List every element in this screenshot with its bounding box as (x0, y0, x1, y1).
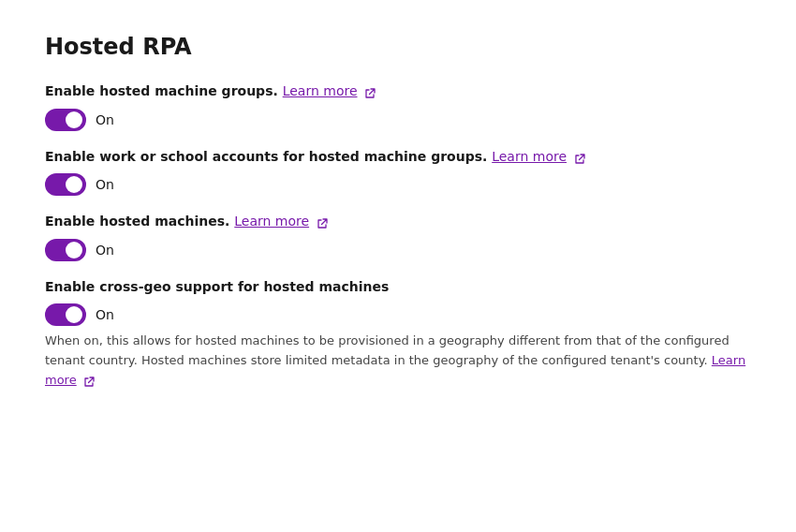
toggle-row-2: On (45, 173, 751, 196)
page-title: Hosted RPA (45, 34, 751, 60)
learn-more-link-2[interactable]: Learn more (492, 149, 567, 164)
toggle-track-4 (45, 303, 86, 326)
toggle-thumb-4 (66, 306, 82, 323)
setting-label-1: Enable hosted machine groups. Learn more (45, 82, 751, 101)
toggle-track-3 (45, 239, 86, 261)
setting-hosted-machine-groups: Enable hosted machine groups. Learn more… (45, 82, 751, 131)
external-link-icon-1 (364, 86, 376, 97)
toggle-row-4: On (45, 303, 751, 326)
learn-more-link-3[interactable]: Learn more (234, 214, 309, 229)
setting-label-4: Enable cross-geo support for hosted mach… (45, 278, 751, 297)
toggle-track-2 (45, 173, 86, 196)
toggle-hosted-machine-groups[interactable] (45, 109, 86, 131)
toggle-thumb-1 (66, 111, 82, 128)
toggle-hosted-machines[interactable] (45, 239, 86, 261)
toggle-state-label-2: On (96, 177, 114, 192)
setting-cross-geo-support: Enable cross-geo support for hosted mach… (45, 278, 751, 391)
external-link-icon-2 (574, 152, 585, 163)
toggle-row-3: On (45, 239, 751, 261)
toggle-track-1 (45, 109, 86, 131)
setting-label-2: Enable work or school accounts for hoste… (45, 148, 751, 167)
toggle-state-label-4: On (96, 307, 114, 322)
toggle-row-1: On (45, 109, 751, 131)
learn-more-link-1[interactable]: Learn more (283, 83, 358, 98)
toggle-work-school-accounts[interactable] (45, 173, 86, 196)
toggle-thumb-2 (66, 176, 82, 193)
setting-label-3: Enable hosted machines. Learn more (45, 213, 751, 231)
toggle-thumb-3 (66, 242, 82, 259)
external-link-icon-4 (83, 375, 95, 386)
external-link-icon-3 (317, 216, 328, 228)
setting-work-school-accounts: Enable work or school accounts for hoste… (45, 148, 751, 197)
toggle-state-label-1: On (96, 112, 114, 127)
cross-geo-description: When on, this allows for hosted machines… (45, 332, 751, 390)
toggle-state-label-3: On (96, 243, 114, 258)
setting-hosted-machines: Enable hosted machines. Learn more On (45, 213, 751, 261)
toggle-cross-geo-support[interactable] (45, 303, 86, 326)
